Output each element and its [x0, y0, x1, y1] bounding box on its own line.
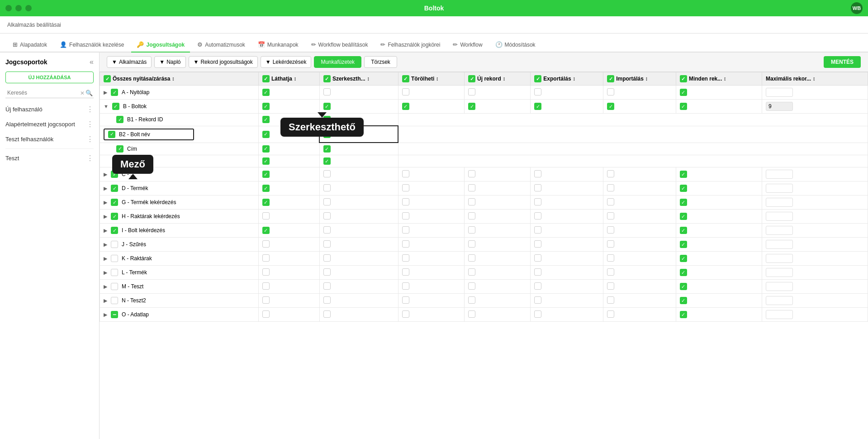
- max-rekord-input[interactable]: [766, 198, 793, 207]
- exportalas-checkbox[interactable]: [534, 254, 541, 262]
- szerkesztheto-checkbox[interactable]: ✓: [323, 157, 331, 165]
- uj-rekord-checkbox[interactable]: [468, 212, 475, 220]
- minden-rek-checkbox[interactable]: ✓: [680, 283, 687, 290]
- col-uj-rekord-check[interactable]: ✓: [468, 75, 475, 82]
- col-minden-rek-check[interactable]: ✓: [680, 75, 687, 82]
- sidebar-item-teszt[interactable]: Teszt ⋮: [0, 151, 99, 166]
- exportalas-checkbox[interactable]: [534, 310, 541, 318]
- torolheti-checkbox[interactable]: [402, 226, 409, 234]
- max-rekord-input[interactable]: [766, 102, 793, 111]
- clear-icon[interactable]: ✕: [80, 90, 85, 96]
- szerkesztheto-checkbox[interactable]: [323, 310, 331, 318]
- szerkesztheto-checkbox[interactable]: [323, 184, 331, 191]
- select-all-checkbox[interactable]: ✓: [104, 75, 111, 82]
- tab-workflow-beallitasok[interactable]: ✏ Workflow beállítások: [306, 38, 374, 52]
- max-rekord-input[interactable]: [766, 170, 793, 179]
- minden-rek-checkbox[interactable]: ✓: [680, 269, 687, 276]
- lathato-checkbox[interactable]: ✓: [262, 171, 270, 178]
- row-expander[interactable]: ▶: [104, 312, 107, 318]
- row-checkbox[interactable]: [111, 269, 118, 276]
- exportalas-checkbox[interactable]: [534, 282, 541, 290]
- sidebar-item-menu-icon[interactable]: ⋮: [86, 105, 94, 114]
- max-rekord-input[interactable]: [766, 226, 793, 235]
- save-button[interactable]: MENTÉS: [824, 56, 861, 68]
- importalas-checkbox[interactable]: [607, 170, 614, 177]
- tab-torzsek[interactable]: Törzsek: [364, 56, 397, 68]
- lathato-checkbox[interactable]: ✓: [262, 103, 270, 110]
- sidebar-item-menu-icon[interactable]: ⋮: [86, 120, 94, 129]
- szerkesztheto-checkbox[interactable]: [323, 212, 331, 220]
- tab-felhasznalok-jogkorei[interactable]: ✏ Felhasználók jogkörei: [375, 38, 446, 52]
- importalas-checkbox[interactable]: [607, 198, 614, 205]
- minden-rek-checkbox[interactable]: ✓: [680, 213, 687, 220]
- tab-munkanapok[interactable]: 📅 Munkanapok: [252, 38, 304, 52]
- exportalas-checkbox[interactable]: [534, 198, 541, 205]
- tab-automatizmusok[interactable]: ⚙ Automatizmusok: [192, 38, 251, 52]
- row-checkbox[interactable]: ✓: [111, 227, 118, 234]
- uj-rekord-checkbox[interactable]: [468, 310, 475, 318]
- row-expander[interactable]: ▶: [104, 172, 107, 177]
- szerkesztheto-checkbox[interactable]: [323, 282, 331, 290]
- tab-felhasznalok[interactable]: 👤 Felhasználók kezelése: [54, 38, 129, 52]
- lathato-checkbox[interactable]: [262, 240, 270, 248]
- exportalas-checkbox[interactable]: [534, 88, 541, 95]
- row-checkbox[interactable]: ✓: [111, 199, 118, 206]
- tab-alapadatok[interactable]: ⊞ Alapadatok: [7, 38, 52, 52]
- exportalas-checkbox[interactable]: [534, 226, 541, 234]
- row-checkbox[interactable]: [111, 297, 118, 304]
- lathato-checkbox[interactable]: [262, 268, 270, 276]
- lathato-checkbox[interactable]: [262, 212, 270, 220]
- torolheti-checkbox[interactable]: [402, 254, 409, 262]
- szerkesztheto-checkbox[interactable]: [323, 198, 331, 205]
- sidebar-item-teszt-felhasznalok[interactable]: Teszt felhasználók ⋮: [0, 132, 99, 147]
- importalas-checkbox[interactable]: [607, 282, 614, 290]
- szerkesztheto-checkbox[interactable]: [323, 88, 331, 95]
- row-expander[interactable]: ▶: [104, 256, 107, 262]
- importalas-checkbox[interactable]: [607, 296, 614, 304]
- minden-rek-checkbox[interactable]: ✓: [680, 171, 687, 178]
- col-torolheti-check[interactable]: ✓: [402, 75, 409, 82]
- uj-rekord-checkbox[interactable]: [468, 170, 475, 177]
- importalas-checkbox[interactable]: [607, 240, 614, 248]
- exportalas-checkbox[interactable]: ✓: [534, 103, 541, 110]
- szerkesztheto-checkbox[interactable]: [323, 240, 331, 248]
- row-checkbox[interactable]: ✓: [116, 116, 123, 123]
- close-btn[interactable]: [5, 5, 12, 11]
- lathato-checkbox[interactable]: ✓: [262, 89, 270, 96]
- max-rekord-input[interactable]: [766, 240, 793, 249]
- tab-munkafuzetek[interactable]: Munkafüzetek: [314, 56, 361, 68]
- row-expander[interactable]: ▶: [104, 298, 107, 304]
- lathato-checkbox[interactable]: ✓: [262, 116, 270, 123]
- max-rekord-input[interactable]: [766, 310, 793, 319]
- uj-rekord-checkbox[interactable]: [468, 184, 475, 191]
- row-expander[interactable]: ▶: [104, 242, 107, 248]
- importalas-checkbox[interactable]: [607, 88, 614, 95]
- lathato-checkbox[interactable]: [262, 254, 270, 262]
- exportalas-checkbox[interactable]: [534, 240, 541, 248]
- max-rekord-input[interactable]: [766, 88, 793, 97]
- uj-rekord-checkbox[interactable]: [468, 268, 475, 276]
- importalas-checkbox[interactable]: [607, 184, 614, 191]
- search-icon[interactable]: 🔍: [85, 90, 93, 96]
- exportalas-checkbox[interactable]: [534, 184, 541, 191]
- lathato-checkbox[interactable]: ✓: [262, 131, 270, 138]
- sidebar-item-uj-felhasznalo[interactable]: Új felhasználó ⋮: [0, 102, 99, 117]
- row-checkbox[interactable]: [111, 283, 118, 290]
- torolheti-checkbox[interactable]: [402, 184, 409, 191]
- importalas-checkbox[interactable]: [607, 254, 614, 262]
- torolheti-checkbox[interactable]: [402, 296, 409, 304]
- szerkesztheto-checkbox[interactable]: [323, 254, 331, 262]
- max-rekord-input[interactable]: [766, 268, 793, 277]
- minden-rek-checkbox[interactable]: ✓: [680, 311, 687, 318]
- col-lathato-check[interactable]: ✓: [262, 75, 270, 82]
- lathato-checkbox[interactable]: [262, 282, 270, 290]
- minimize-btn[interactable]: [15, 5, 22, 11]
- max-rekord-input[interactable]: [766, 254, 793, 263]
- torolheti-checkbox[interactable]: [402, 170, 409, 177]
- lathato-checkbox[interactable]: [262, 296, 270, 304]
- lathato-checkbox[interactable]: ✓: [262, 227, 270, 234]
- exportalas-checkbox[interactable]: [534, 296, 541, 304]
- fullscreen-btn[interactable]: [25, 5, 32, 11]
- importalas-checkbox[interactable]: [607, 226, 614, 234]
- minden-rek-checkbox[interactable]: ✓: [680, 199, 687, 206]
